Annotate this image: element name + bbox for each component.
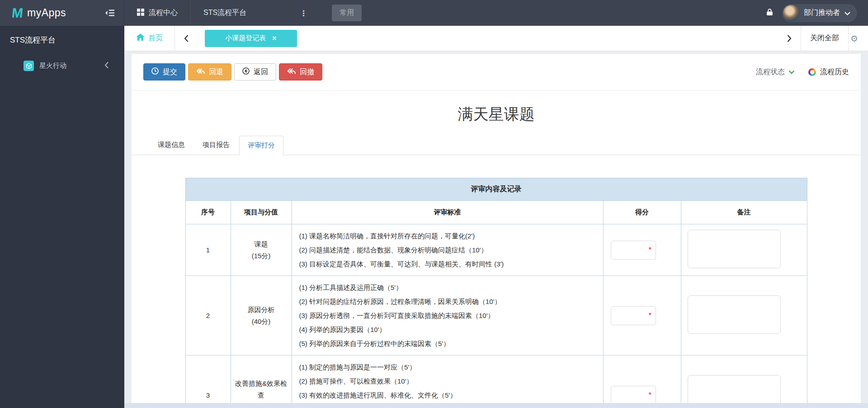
- item-name: 课题: [235, 238, 288, 250]
- col-header-criteria: 评审标准: [292, 201, 603, 224]
- review-table: 评审内容及记录 序号 项目与分值 评审标准 得分 备注 1课题(15分)(1) …: [185, 178, 807, 408]
- form-panel: 提交 回退 返回 回撤: [132, 54, 861, 408]
- required-asterisk: *: [649, 391, 652, 400]
- return-button[interactable]: 返回: [234, 63, 276, 81]
- tab-project-report[interactable]: 项目报告: [194, 136, 238, 155]
- score-cell: *: [603, 276, 681, 356]
- score-field: *: [607, 241, 677, 260]
- return-label: 返回: [254, 67, 268, 77]
- nav-process-center-label: 流程中心: [149, 8, 178, 18]
- criterion-text: (2) 问题描述清楚，能结合数据、现象分析明确问题症结（10'）: [299, 243, 596, 257]
- required-asterisk: *: [649, 311, 652, 320]
- item-name: 改善措施&效果检查: [235, 378, 288, 401]
- tab-review-score[interactable]: 评审打分: [239, 136, 283, 155]
- chevron-down-icon[interactable]: [788, 68, 795, 76]
- form-tabs: 课题信息 项目报告 评审打分: [132, 136, 861, 155]
- sidebar: STS流程平台 星火行动: [0, 26, 124, 408]
- criterion-text: (2) 措施可操作、可以检查效果（10'）: [299, 374, 596, 388]
- page-tab-strip: 首页 小课题登记表 × 关闭全部 ⚙: [124, 26, 868, 51]
- col-header-score: 得分: [603, 201, 681, 224]
- score-cell: *: [603, 356, 681, 408]
- gear-icon[interactable]: ⚙: [849, 33, 860, 43]
- nav-process-center[interactable]: 流程中心: [124, 0, 191, 26]
- submit-label: 提交: [163, 67, 177, 77]
- item-points: (15分): [235, 250, 288, 262]
- note-textarea[interactable]: [688, 295, 781, 334]
- close-all-button[interactable]: 关闭全部: [801, 33, 848, 43]
- sidebar-collapse-icon[interactable]: [105, 9, 115, 17]
- close-tab-icon[interactable]: ×: [272, 35, 276, 42]
- user-menu[interactable]: 部门推动者: [782, 4, 857, 22]
- horizontal-scrollbar[interactable]: [124, 403, 868, 408]
- scroll-tabs-left-button[interactable]: [175, 35, 198, 42]
- criterion-text: (1) 分析工具描述及运用正确（5'）: [299, 280, 596, 294]
- common-button[interactable]: 常用: [332, 5, 362, 21]
- criterion-text: (4) 列举的原因为要因（10'）: [299, 323, 596, 337]
- row-index-cell: 1: [185, 224, 231, 276]
- review-row: 2原因分析(40分)(1) 分析工具描述及运用正确（5'）(2) 针对问题的症结…: [185, 276, 807, 356]
- criterion-text: (2) 针对问题的症结分析原因，过程条理清晰，因果关系明确（10'）: [299, 294, 596, 308]
- row-index-cell: 3: [185, 356, 231, 408]
- nav-platform-tab[interactable]: STS流程平台 ⋮: [191, 0, 320, 26]
- history-label: 流程历史: [820, 67, 849, 77]
- reply-all-icon: [287, 68, 296, 76]
- open-tab-xiaoketi[interactable]: 小课题登记表 ×: [205, 30, 297, 47]
- main-area: 首页 小课题登记表 × 关闭全部 ⚙: [124, 26, 868, 408]
- top-bar: M myApps 流程中心 STS流程平台 ⋮ 常用 部门推动者: [0, 0, 868, 26]
- form-title: 满天星课题: [132, 104, 861, 125]
- col-header-index: 序号: [185, 201, 231, 224]
- form-body: 满天星课题 课题信息 项目报告 评审打分 评审内容及记录: [132, 90, 861, 408]
- col-header-note: 备注: [681, 201, 807, 224]
- review-row: 1课题(15分)(1) 课题名称简洁明确，直接针对所存在的问题，可量化(2')(…: [185, 224, 807, 276]
- logo-zone: M myApps: [0, 0, 124, 26]
- criterion-text: (3) 目标设定是否具体、可衡量、可达到、与课题相关、有时间性 (3'): [299, 257, 596, 271]
- score-cell: *: [603, 224, 681, 276]
- chevron-down-icon: [844, 9, 850, 17]
- row-index-cell: 2: [185, 276, 231, 356]
- process-history-button[interactable]: 流程历史: [808, 67, 849, 77]
- note-textarea[interactable]: [688, 230, 781, 268]
- item-points: (40分): [235, 316, 288, 327]
- process-status-dropdown[interactable]: 流程状态: [756, 67, 785, 77]
- note-cell: [681, 276, 807, 356]
- criterion-text: (3) 有效的改进措施进行巩固、标准化、文件化（5'）: [299, 388, 596, 402]
- reply-all-icon: [196, 68, 205, 76]
- action-toolbar: 提交 回退 返回 回撤: [132, 54, 861, 90]
- history-ring-icon: [808, 68, 816, 76]
- col-header-item: 项目与分值: [231, 201, 292, 224]
- item-cell: 课题(15分): [231, 224, 292, 276]
- withdraw-button[interactable]: 回撤: [279, 63, 322, 81]
- tab-topic-info[interactable]: 课题信息: [150, 136, 193, 155]
- criteria-cell: (1) 分析工具描述及运用正确（5'）(2) 针对问题的症结分析原因，过程条理清…: [292, 276, 603, 356]
- nav-platform-label: STS流程平台: [203, 8, 246, 18]
- cube-icon: [24, 61, 34, 71]
- clock-icon: [151, 67, 159, 76]
- sidebar-item-xinghuo[interactable]: 星火行动: [0, 56, 124, 76]
- lock-icon[interactable]: [766, 8, 773, 18]
- criterion-text: (1) 制定的措施与原因是一一对应（5'）: [299, 360, 596, 374]
- table-caption: 评审内容及记录: [185, 178, 807, 201]
- criteria-cell: (1) 课题名称简洁明确，直接针对所存在的问题，可量化(2')(2) 问题描述清…: [292, 224, 603, 276]
- topbar-right: 部门推动者: [766, 4, 868, 22]
- content-area: 提交 回退 返回 回撤: [124, 51, 868, 408]
- note-cell: [681, 356, 807, 408]
- submit-button[interactable]: 提交: [143, 63, 185, 81]
- score-field: *: [607, 306, 677, 325]
- review-row: 3改善措施&效果检查(40分)(1) 制定的措施与原因是一一对应（5'）(2) …: [185, 356, 807, 408]
- user-role-name: 部门推动者: [804, 8, 840, 18]
- myapps-logo-text: myApps: [27, 7, 66, 19]
- criterion-text: (1) 课题名称简洁明确，直接针对所存在的问题，可量化(2'): [299, 229, 596, 243]
- more-dots-icon[interactable]: ⋮: [300, 9, 307, 18]
- withdraw-label: 回撤: [300, 67, 314, 77]
- home-tab[interactable]: 首页: [136, 33, 175, 43]
- item-cell: 改善措施&效果检查(40分): [231, 356, 292, 408]
- grid-icon: [137, 9, 144, 18]
- scroll-tabs-right-button[interactable]: [778, 35, 801, 42]
- item-cell: 原因分析(40分): [231, 276, 292, 356]
- toolbar-right: 流程状态 流程历史: [756, 67, 849, 77]
- rollback-button[interactable]: 回退: [188, 63, 231, 81]
- arrow-circle-left-icon: [242, 67, 250, 76]
- tab-strip-right: 关闭全部 ⚙: [778, 26, 860, 51]
- criteria-cell: (1) 制定的措施与原因是一一对应（5'）(2) 措施可操作、可以检查效果（10…: [292, 356, 603, 408]
- chevron-left-icon: [104, 62, 109, 70]
